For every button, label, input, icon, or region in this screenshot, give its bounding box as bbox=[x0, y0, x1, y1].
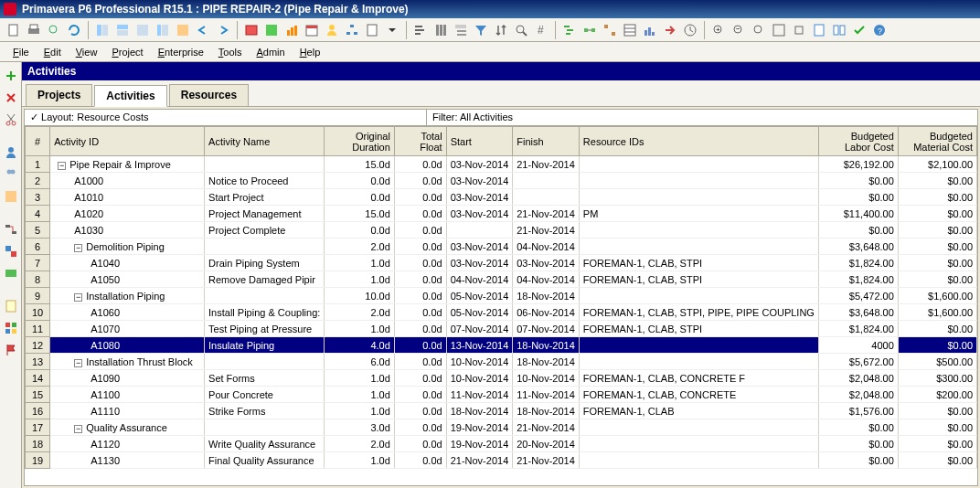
cell-activity-id[interactable]: A1050 bbox=[50, 271, 205, 288]
layout-label[interactable]: ✓ Layout: Resource Costs bbox=[25, 110, 427, 125]
cell-budgeted-labor-cost[interactable]: $11,400.00 bbox=[818, 206, 898, 222]
cell-budgeted-labor-cost[interactable]: $3,648.00 bbox=[818, 239, 898, 255]
collapse-icon[interactable] bbox=[791, 22, 807, 38]
table-row[interactable]: 12A1080Insulate Piping4.0d0.0d13-Nov-201… bbox=[26, 337, 977, 354]
cell-start[interactable]: 18-Nov-2014 bbox=[446, 403, 513, 419]
cell-activity-id[interactable]: A1080 bbox=[50, 337, 205, 354]
cell-budgeted-material-cost[interactable]: $1,600.00 bbox=[898, 288, 976, 304]
cell-budgeted-material-cost[interactable]: $200.00 bbox=[898, 387, 976, 403]
cell-finish[interactable]: 21-Nov-2014 bbox=[513, 419, 580, 436]
cell-orig-duration[interactable]: 6.0d bbox=[325, 354, 394, 370]
activity-table[interactable]: # Activity ID Activity Name Original Dur… bbox=[25, 126, 977, 469]
cell-finish[interactable]: 18-Nov-2014 bbox=[513, 403, 580, 419]
cell-total-float[interactable]: 0.0d bbox=[394, 337, 446, 354]
cell-total-float[interactable]: 0.0d bbox=[394, 419, 446, 436]
collapse-icon[interactable]: − bbox=[74, 244, 82, 252]
network-icon[interactable] bbox=[581, 22, 598, 38]
cell-activity-name[interactable] bbox=[205, 239, 325, 255]
cell-resource-ids[interactable] bbox=[579, 452, 818, 469]
cell-budgeted-material-cost[interactable]: $0.00 bbox=[898, 239, 976, 255]
cell-activity-name[interactable] bbox=[205, 288, 325, 304]
col-activity-id[interactable]: Activity ID bbox=[50, 127, 205, 156]
cell-activity-id[interactable]: A1060 bbox=[50, 304, 205, 321]
cell-orig-duration[interactable]: 4.0d bbox=[325, 337, 394, 354]
cell-rownum[interactable]: 14 bbox=[26, 370, 50, 387]
cell-resource-ids[interactable] bbox=[579, 156, 818, 173]
spreadsheet-icon[interactable] bbox=[622, 22, 638, 38]
cell-start[interactable]: 13-Nov-2014 bbox=[446, 337, 513, 354]
cell-rownum[interactable]: 3 bbox=[26, 189, 50, 206]
col-finish[interactable]: Finish bbox=[513, 127, 580, 156]
cell-orig-duration[interactable]: 0.0d bbox=[325, 189, 394, 206]
gantt-icon[interactable] bbox=[561, 22, 578, 38]
layout5-icon[interactable] bbox=[175, 22, 191, 38]
cell-budgeted-material-cost[interactable]: $0.00 bbox=[898, 337, 976, 354]
cell-orig-duration[interactable]: 2.0d bbox=[325, 239, 394, 255]
cell-budgeted-material-cost[interactable]: $0.00 bbox=[898, 419, 976, 436]
cell-activity-id[interactable]: A1070 bbox=[50, 321, 205, 337]
cell-activity-id[interactable]: A1100 bbox=[50, 387, 205, 403]
cell-orig-duration[interactable]: 1.0d bbox=[325, 452, 394, 469]
cell-orig-duration[interactable]: 1.0d bbox=[325, 271, 394, 288]
cell-orig-duration[interactable]: 15.0d bbox=[325, 156, 394, 173]
cell-rownum[interactable]: 10 bbox=[26, 304, 50, 321]
cut-icon[interactable] bbox=[3, 111, 19, 128]
arrow-icon[interactable] bbox=[662, 22, 678, 38]
cell-start[interactable]: 05-Nov-2014 bbox=[446, 304, 513, 321]
cell-rownum[interactable]: 15 bbox=[26, 387, 50, 403]
cell-activity-id[interactable]: A1010 bbox=[50, 189, 205, 206]
cell-budgeted-labor-cost[interactable]: $0.00 bbox=[818, 419, 898, 436]
cell-activity-name[interactable]: Pour Concrete bbox=[205, 387, 325, 403]
cell-rownum[interactable]: 5 bbox=[26, 222, 50, 239]
cell-activity-name[interactable]: Strike Forms bbox=[205, 403, 325, 419]
cell-total-float[interactable]: 0.0d bbox=[394, 189, 446, 206]
cell-resource-ids[interactable] bbox=[579, 288, 818, 304]
menu-admin[interactable]: Admin bbox=[249, 45, 292, 59]
cell-budgeted-labor-cost[interactable]: $2,048.00 bbox=[818, 387, 898, 403]
cell-total-float[interactable]: 0.0d bbox=[394, 354, 446, 370]
col-start[interactable]: Start bbox=[446, 127, 513, 156]
cell-budgeted-labor-cost[interactable]: $26,192.00 bbox=[818, 156, 898, 173]
cell-finish[interactable] bbox=[513, 189, 580, 206]
cell-budgeted-material-cost[interactable]: $0.00 bbox=[898, 452, 976, 469]
cell-activity-id[interactable]: A1120 bbox=[50, 436, 205, 452]
cell-start[interactable]: 03-Nov-2014 bbox=[446, 239, 513, 255]
cell-rownum[interactable]: 16 bbox=[26, 403, 50, 419]
cell-start[interactable]: 05-Nov-2014 bbox=[446, 288, 513, 304]
cell-start[interactable]: 19-Nov-2014 bbox=[446, 419, 513, 436]
steps-icon[interactable] bbox=[3, 265, 19, 281]
add-icon[interactable] bbox=[3, 68, 19, 84]
preview-icon[interactable] bbox=[46, 22, 62, 38]
cell-resource-ids[interactable]: PM bbox=[579, 206, 818, 222]
table-row[interactable]: 13−Installation Thrust Block6.0d0.0d10-N… bbox=[26, 354, 977, 370]
sort-icon[interactable] bbox=[493, 22, 509, 38]
cell-resource-ids[interactable] bbox=[579, 337, 818, 354]
cell-budgeted-labor-cost[interactable]: $0.00 bbox=[818, 436, 898, 452]
link-icon[interactable] bbox=[3, 221, 19, 238]
cell-rownum[interactable]: 18 bbox=[26, 436, 50, 452]
col-total-float[interactable]: Total Float bbox=[394, 127, 446, 156]
collapse-icon[interactable]: − bbox=[58, 162, 66, 170]
tab-resources[interactable]: Resources bbox=[169, 84, 249, 106]
cell-total-float[interactable]: 0.0d bbox=[394, 239, 446, 255]
cell-budgeted-labor-cost[interactable]: $1,824.00 bbox=[818, 321, 898, 337]
tab-activities[interactable]: Activities bbox=[94, 85, 166, 107]
cell-total-float[interactable]: 0.0d bbox=[394, 436, 446, 452]
dropdown-icon[interactable] bbox=[384, 22, 400, 38]
cell-finish[interactable]: 04-Nov-2014 bbox=[513, 239, 580, 255]
cell-resource-ids[interactable]: FOREMAN-1, CLAB, CONCRETE bbox=[579, 387, 818, 403]
cell-budgeted-material-cost[interactable]: $0.00 bbox=[898, 271, 976, 288]
cell-activity-id[interactable]: −Installation Piping bbox=[50, 288, 205, 304]
cell-rownum[interactable]: 4 bbox=[26, 206, 50, 222]
collapse-icon[interactable]: − bbox=[74, 293, 82, 302]
cell-budgeted-labor-cost[interactable]: $0.00 bbox=[818, 452, 898, 469]
cell-budgeted-labor-cost[interactable]: $5,672.00 bbox=[818, 354, 898, 370]
table-row[interactable]: 15A1100Pour Concrete1.0d0.0d11-Nov-20141… bbox=[26, 387, 977, 403]
cell-start[interactable]: 03-Nov-2014 bbox=[446, 206, 513, 222]
expand-icon[interactable] bbox=[771, 22, 787, 38]
cell-orig-duration[interactable]: 15.0d bbox=[325, 206, 394, 222]
cell-start[interactable]: 03-Nov-2014 bbox=[446, 255, 513, 271]
cell-activity-name[interactable]: Set Forms bbox=[205, 370, 325, 387]
col-resource-ids[interactable]: Resource IDs bbox=[579, 127, 818, 156]
cell-orig-duration[interactable]: 3.0d bbox=[325, 419, 394, 436]
